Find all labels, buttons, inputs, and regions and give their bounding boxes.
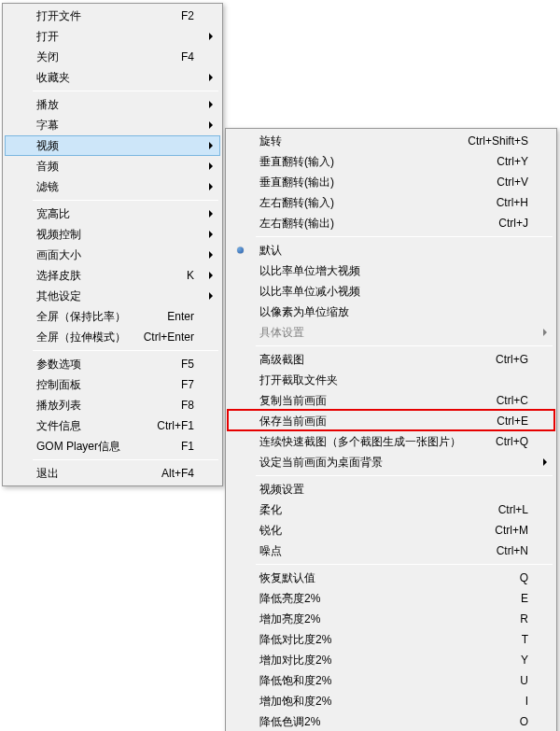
menu-item-shortcut: Ctrl+V — [497, 172, 528, 192]
menu-item[interactable]: 保存当前画面Ctrl+E — [228, 411, 554, 431]
menu-item[interactable]: 以比率单位减小视频 — [228, 281, 554, 302]
menu-item-label: 具体设置 — [259, 326, 304, 339]
menu-item[interactable]: 字幕 — [5, 115, 220, 135]
menu-item[interactable]: 视频 — [5, 135, 220, 156]
menu-item[interactable]: 柔化Ctrl+L — [228, 499, 554, 520]
menu-item[interactable]: 以像素为单位缩放 — [228, 302, 554, 322]
menu-item[interactable]: 关闭F4 — [5, 47, 220, 67]
menu-item-label: 垂直翻转(输出) — [259, 176, 334, 189]
menu-item-shortcut: I — [525, 691, 528, 711]
menu-item[interactable]: 选择皮肤K — [5, 265, 220, 286]
menu-item[interactable]: 收藏夹 — [5, 67, 220, 88]
menu-item-label: 柔化 — [259, 503, 282, 516]
menu-item[interactable]: 全屏（保持比率）Enter — [5, 306, 220, 327]
menu-item[interactable]: 锐化Ctrl+M — [228, 520, 554, 541]
menu-item-label: 降低对比度2% — [259, 633, 331, 646]
menu-item[interactable]: 打开截取文件夹 — [228, 370, 554, 390]
menu-item-label: 视频控制 — [36, 228, 81, 241]
menu-item[interactable]: 降低色调2%O — [228, 711, 554, 731]
menu-item-shortcut: Ctrl+E — [497, 411, 528, 431]
menu-item[interactable]: 降低对比度2%T — [228, 629, 554, 650]
menu-item[interactable]: 垂直翻转(输出)Ctrl+V — [228, 172, 554, 192]
menu-item[interactable]: 播放 — [5, 94, 220, 115]
menu-item[interactable]: 全屏（拉伸模式）Ctrl+Enter — [5, 327, 220, 347]
menu-item-label: GOM Player信息 — [36, 440, 120, 453]
menu-item-label: 默认 — [259, 244, 282, 257]
menu-item[interactable]: 恢复默认值Q — [228, 568, 554, 588]
menu-item[interactable]: 左右翻转(输入)Ctrl+H — [228, 192, 554, 213]
submenu-arrow-icon — [209, 101, 213, 108]
menu-item-shortcut: F5 — [181, 354, 194, 374]
menu-item: 具体设置 — [228, 322, 554, 343]
menu-item[interactable]: 滤镜 — [5, 176, 220, 197]
menu-item-label: 选择皮肤 — [36, 269, 81, 282]
menu-item[interactable]: 噪点Ctrl+N — [228, 541, 554, 561]
menu-item[interactable]: 打开文件F2 — [5, 6, 220, 26]
menu-item[interactable]: GOM Player信息F1 — [5, 436, 220, 457]
menu-item[interactable]: 设定当前画面为桌面背景 — [228, 452, 554, 472]
menu-item-label: 打开 — [36, 30, 59, 43]
menu-item[interactable]: 播放列表F8 — [5, 395, 220, 415]
submenu-arrow-icon — [209, 121, 213, 129]
menu-item[interactable]: 降低亮度2%E — [228, 588, 554, 609]
menu-item-label: 保存当前画面 — [259, 415, 327, 428]
menu-item[interactable]: 宽高比 — [5, 204, 220, 224]
menu-item-shortcut: Ctrl+G — [496, 349, 528, 370]
menu-item-shortcut: F2 — [181, 6, 194, 26]
menu-item-label: 复制当前画面 — [259, 394, 327, 407]
menu-separator — [256, 236, 553, 237]
menu-item-label: 关闭 — [36, 50, 59, 63]
submenu-arrow-icon — [209, 74, 213, 81]
menu-item-shortcut: Ctrl+C — [497, 390, 528, 411]
menu-item-label: 高级截图 — [259, 353, 304, 366]
menu-item-shortcut: F7 — [181, 374, 194, 395]
menu-item[interactable]: 增加亮度2%R — [228, 609, 554, 629]
menu-item-label: 连续快速截图（多个截图生成一张图片） — [259, 435, 461, 448]
submenu-arrow-icon — [543, 329, 547, 336]
submenu-arrow-icon — [209, 183, 213, 190]
submenu-arrow-icon — [209, 210, 213, 218]
menu-separator — [33, 200, 218, 201]
menu-item[interactable]: 退出Alt+F4 — [5, 463, 220, 484]
menu-item[interactable]: 画面大小 — [5, 245, 220, 265]
submenu-arrow-icon — [209, 142, 213, 149]
menu-item[interactable]: 高级截图Ctrl+G — [228, 349, 554, 370]
menu-item[interactable]: 旋转Ctrl+Shift+S — [228, 131, 554, 151]
menu-item[interactable]: 其他设定 — [5, 286, 220, 306]
menu-item-shortcut: Ctrl+L — [498, 499, 528, 520]
menu-item-shortcut: Q — [520, 568, 528, 588]
menu-item[interactable]: 视频控制 — [5, 224, 220, 245]
menu-item-label: 播放列表 — [36, 399, 81, 412]
menu-item[interactable]: 增加对比度2%Y — [228, 650, 554, 670]
menu-item[interactable]: 增加饱和度2%I — [228, 691, 554, 711]
menu-separator — [256, 345, 553, 346]
menu-item[interactable]: 控制面板F7 — [5, 374, 220, 395]
menu-item-shortcut: Ctrl+N — [497, 541, 528, 561]
menu-item[interactable]: 默认 — [228, 240, 554, 260]
menu-item-shortcut: Ctrl+M — [495, 520, 528, 541]
menu-item-shortcut: Ctrl+J — [498, 213, 528, 233]
menu-item-shortcut: F8 — [181, 395, 194, 415]
menu-item[interactable]: 复制当前画面Ctrl+C — [228, 390, 554, 411]
menu-item[interactable]: 视频设置 — [228, 479, 554, 499]
menu-item-label: 文件信息 — [36, 419, 81, 432]
menu-item[interactable]: 参数选项F5 — [5, 354, 220, 374]
menu-item-label: 以像素为单位缩放 — [259, 305, 349, 318]
menu-item-label: 打开截取文件夹 — [259, 373, 338, 387]
menu-item[interactable]: 打开 — [5, 26, 220, 47]
menu-item-label: 旋转 — [259, 134, 282, 148]
submenu-arrow-icon — [209, 231, 213, 238]
menu-item-shortcut: Y — [521, 650, 528, 670]
menu-item[interactable]: 连续快速截图（多个截图生成一张图片）Ctrl+Q — [228, 431, 554, 452]
menu-item[interactable]: 降低饱和度2%U — [228, 670, 554, 691]
menu-item-label: 左右翻转(输出) — [259, 217, 334, 230]
menu-separator — [256, 475, 553, 476]
menu-item-label: 全屏（拉伸模式） — [36, 330, 126, 344]
menu-item[interactable]: 文件信息Ctrl+F1 — [5, 415, 220, 436]
menu-item[interactable]: 音频 — [5, 156, 220, 176]
menu-separator — [33, 350, 218, 351]
menu-item[interactable]: 左右翻转(输出)Ctrl+J — [228, 213, 554, 233]
menu-item[interactable]: 垂直翻转(输入)Ctrl+Y — [228, 151, 554, 172]
menu-item[interactable]: 以比率单位增大视频 — [228, 260, 554, 281]
menu-item-label: 画面大小 — [36, 248, 81, 261]
